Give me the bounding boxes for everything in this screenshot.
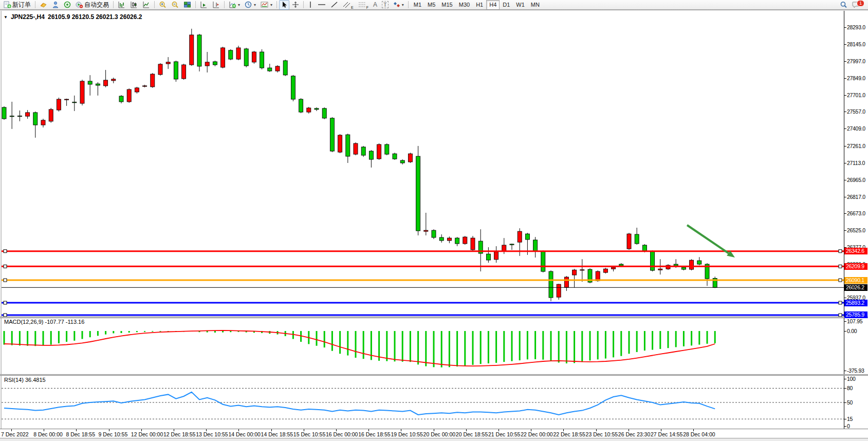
chevron-down-icon[interactable]: ▾ xyxy=(238,3,240,7)
vertical-line-tool-button[interactable] xyxy=(306,0,315,10)
line-handle[interactable] xyxy=(4,279,7,282)
cursor-tool-button[interactable] xyxy=(279,0,289,10)
pane-splitter[interactable] xyxy=(0,374,868,376)
line-handle[interactable] xyxy=(4,265,7,268)
macd-tick-label: -375.93 xyxy=(847,368,864,374)
chart-shift-button[interactable] xyxy=(210,0,222,10)
search-button[interactable] xyxy=(838,0,849,10)
price-tick-mark xyxy=(844,27,846,28)
candle-body xyxy=(174,62,178,79)
time-tick-label: 19 Dec 10:55 xyxy=(391,431,422,437)
channel-tool-button[interactable]: E xyxy=(341,0,356,10)
candle-body xyxy=(252,52,256,62)
time-tick-label: 8 Dec 00:00 xyxy=(33,431,63,437)
zoom-in-icon xyxy=(159,1,167,9)
timeframe-m1-button[interactable]: M1 xyxy=(411,0,424,10)
rsi-axis[interactable]: 1008050150 xyxy=(844,376,868,429)
chevron-down-icon[interactable]: ▾ xyxy=(402,3,404,7)
periods-button[interactable]: ▾ xyxy=(243,0,258,10)
price-chart-pane[interactable] xyxy=(2,11,844,317)
fibonacci-tool-button[interactable]: F xyxy=(356,0,371,10)
bar-chart-button[interactable] xyxy=(116,0,127,10)
candle-body xyxy=(471,238,475,250)
line-chart-button[interactable] xyxy=(140,0,152,10)
timeframe-w1-button[interactable]: W1 xyxy=(513,0,528,10)
timeframe-mn-button[interactable]: MN xyxy=(528,0,543,10)
rsi-tick-label: 50 xyxy=(847,399,853,406)
vertical-line-icon xyxy=(308,1,313,8)
data-window-button[interactable] xyxy=(50,0,61,10)
candle-body xyxy=(619,264,623,266)
price-axis[interactable]: 28293.028145.027997.027849.027701.027557… xyxy=(844,11,868,317)
timeframe-h4-button[interactable]: H4 xyxy=(486,0,500,10)
timeframe-h1-button[interactable]: H1 xyxy=(473,0,486,10)
arrows-tool-button[interactable]: ▾ xyxy=(391,0,406,10)
new-order-icon xyxy=(4,1,11,8)
macd-indicator-label: MACD(12,26,9) -107.77 -113.16 xyxy=(4,319,84,325)
indicators-button[interactable]: ▾ xyxy=(227,0,242,10)
rsi-tick-mark xyxy=(844,426,846,427)
text-tool-button[interactable]: A xyxy=(371,0,379,10)
text-label-tool-button[interactable]: T xyxy=(380,0,391,10)
timeframe-m15-button[interactable]: M15 xyxy=(438,0,455,10)
toolbar-separator xyxy=(195,1,196,8)
horizontal-line-26342.6[interactable] xyxy=(2,250,844,253)
candle-body xyxy=(2,107,6,119)
line-handle[interactable] xyxy=(839,279,842,282)
zoom-out-button[interactable] xyxy=(169,0,181,10)
market-watch-button[interactable] xyxy=(38,0,49,10)
toolbar-separator xyxy=(408,1,409,8)
horizontal-line-tool-button[interactable] xyxy=(316,0,328,10)
macd-pane[interactable] xyxy=(2,318,844,374)
zoom-in-button[interactable] xyxy=(157,0,169,10)
candle-body xyxy=(330,118,334,151)
crosshair-tool-button[interactable] xyxy=(290,0,301,10)
horizontal-line-26209.9[interactable] xyxy=(2,265,844,268)
trendline-tool-button[interactable] xyxy=(328,0,340,10)
candle-body xyxy=(57,99,61,110)
candle-body xyxy=(158,64,162,75)
price-line-badge: 26090.1 xyxy=(844,277,867,284)
horizontal-line-25893.2[interactable] xyxy=(2,301,844,304)
chevron-down-icon[interactable]: ▾ xyxy=(254,3,256,7)
candle-body xyxy=(244,49,248,66)
templates-button[interactable]: ▾ xyxy=(258,0,274,10)
candle-body xyxy=(229,50,233,59)
window-bottom-strip xyxy=(0,438,868,441)
candle-chart-button[interactable] xyxy=(128,0,140,10)
autotrading-button[interactable]: 自动交易 xyxy=(73,0,111,10)
time-tick-label: 9 Dec 10:55 xyxy=(99,431,128,437)
symbol-collapse-icon[interactable]: ▼ xyxy=(4,15,8,20)
line-handle[interactable] xyxy=(839,301,842,304)
crosshair-icon xyxy=(292,1,299,8)
candle-body xyxy=(455,238,459,244)
price-tick-mark xyxy=(844,78,846,79)
candle-body xyxy=(564,277,568,287)
timeframe-m30-button[interactable]: M30 xyxy=(456,0,473,10)
autotrading-label: 自动交易 xyxy=(84,1,109,9)
timeframe-d1-button[interactable]: D1 xyxy=(500,0,513,10)
line-handle[interactable] xyxy=(4,301,7,304)
arrow-shaft[interactable] xyxy=(687,225,729,253)
timeframe-m5-button[interactable]: M5 xyxy=(424,0,438,10)
candle-body xyxy=(697,261,701,264)
auto-scroll-button[interactable] xyxy=(198,0,210,10)
pane-splitter[interactable] xyxy=(0,317,868,318)
rsi-pane[interactable] xyxy=(2,376,844,429)
macd-tick-mark xyxy=(844,371,846,371)
line-handle[interactable] xyxy=(839,265,842,268)
new-order-button[interactable]: 新订单 xyxy=(2,0,33,10)
tile-windows-button[interactable] xyxy=(181,0,193,10)
time-axis[interactable]: 7 Dec 20228 Dec 00:008 Dec 18:559 Dec 10… xyxy=(0,429,868,438)
notifications-button[interactable]: 1 xyxy=(850,0,862,10)
horizontal-line-26090.1[interactable] xyxy=(2,279,844,282)
candle-body xyxy=(135,88,139,92)
navigator-button[interactable] xyxy=(62,0,73,10)
macd-axis[interactable]: 107.950.00-375.93 xyxy=(844,318,868,374)
line-handle[interactable] xyxy=(4,250,7,253)
line-handle[interactable] xyxy=(839,250,842,253)
data-window-icon xyxy=(52,1,59,8)
down-arrow-object[interactable] xyxy=(687,225,735,258)
chevron-down-icon[interactable]: ▾ xyxy=(270,3,272,7)
candle-body xyxy=(400,160,404,163)
